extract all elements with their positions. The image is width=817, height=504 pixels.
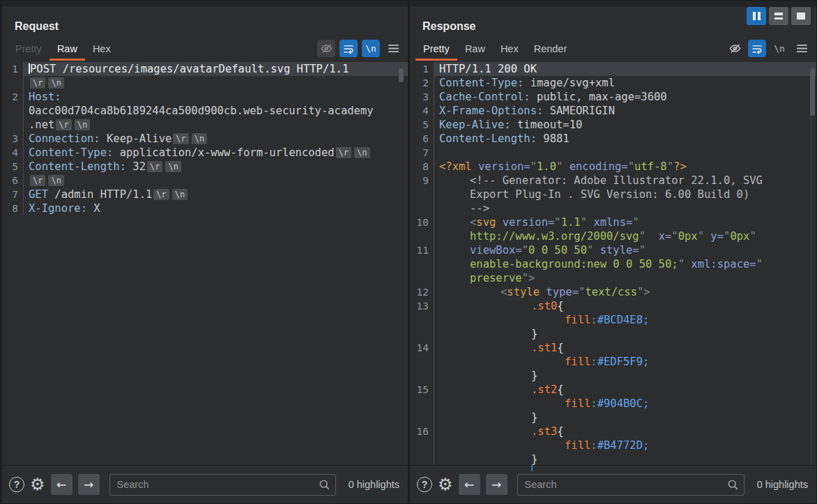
crlf-badge: \n bbox=[354, 147, 369, 158]
line-number: 12 bbox=[410, 285, 434, 299]
code-row[interactable]: 7GET /admin HTTP/1.1\r\n bbox=[2, 188, 408, 201]
line-number: 2 bbox=[2, 90, 24, 104]
top-strip bbox=[410, 1, 816, 6]
code-row[interactable]: 13.st0{ bbox=[410, 299, 816, 313]
code-row[interactable]: 16.st3{ bbox=[410, 425, 816, 438]
code-row[interactable]: 1HTTP/1.1 200 OK bbox=[410, 62, 816, 76]
crlf-badge: \r bbox=[56, 119, 71, 130]
line-number: 5 bbox=[2, 160, 24, 174]
editor-menu-icon[interactable] bbox=[793, 40, 811, 57]
line-number: 15 bbox=[410, 383, 434, 397]
search-next-button[interactable]: → bbox=[486, 474, 507, 495]
line-number bbox=[410, 201, 434, 215]
response-scrollbar-track[interactable] bbox=[811, 68, 816, 465]
line-number bbox=[410, 257, 434, 271]
tab-raw[interactable]: Raw bbox=[457, 38, 493, 61]
help-icon[interactable]: ? bbox=[417, 477, 432, 492]
code-row[interactable]: 15.st2{ bbox=[410, 383, 816, 397]
search-input[interactable] bbox=[517, 474, 745, 496]
help-icon[interactable]: ? bbox=[9, 477, 24, 492]
rows-layout-button[interactable] bbox=[769, 7, 788, 25]
settings-gear-icon[interactable]: ⚙ bbox=[438, 477, 453, 492]
code-row[interactable]: 4X-Frame-Options: SAMEORIGIN bbox=[410, 104, 816, 118]
line-number bbox=[410, 438, 434, 452]
code-row[interactable]: fill:#B4772D; bbox=[410, 438, 816, 452]
line-number bbox=[410, 355, 434, 369]
hide-reveal-eye-button[interactable] bbox=[726, 40, 744, 57]
code-row[interactable]: fill:#904B0C; bbox=[410, 397, 816, 411]
line-number: 6 bbox=[2, 174, 24, 188]
tab-render[interactable]: Render bbox=[526, 38, 575, 61]
request-scrollbar-thumb[interactable] bbox=[399, 68, 404, 82]
code-row[interactable]: preserve"> bbox=[410, 271, 816, 285]
response-editor[interactable]: 1HTTP/1.1 200 OK2Content-Type: image/svg… bbox=[410, 61, 816, 465]
tab-pretty[interactable]: Pretty bbox=[415, 38, 457, 61]
code-row[interactable]: 2Host: bbox=[2, 90, 408, 104]
response-search-box bbox=[517, 474, 745, 496]
code-row[interactable]: 9<!-- Generator: Adobe Illustrator 22.1.… bbox=[410, 174, 816, 188]
code-row[interactable]: 3Cache-Control: public, max-age=3600 bbox=[410, 90, 816, 104]
code-row[interactable]: http://www.w3.org/2000/svg" x="0px" y="0… bbox=[410, 229, 816, 243]
code-row[interactable]: 3Connection: Keep-Alive\r\n bbox=[2, 132, 408, 146]
line-number bbox=[410, 397, 434, 411]
tab-hex[interactable]: Hex bbox=[85, 38, 119, 61]
search-icon bbox=[318, 478, 330, 491]
single-layout-button[interactable] bbox=[791, 7, 811, 25]
line-number bbox=[410, 327, 434, 341]
code-row[interactable]: 6\r\n bbox=[2, 174, 408, 188]
code-row[interactable]: 11viewBox="0 0 50 50" style=" bbox=[410, 243, 816, 257]
line-number: 3 bbox=[2, 132, 24, 146]
line-number: 9 bbox=[410, 174, 434, 188]
code-row[interactable]: fill:#EDF5F9; bbox=[410, 355, 816, 369]
code-row[interactable]: } bbox=[410, 327, 816, 341]
settings-gear-icon[interactable]: ⚙ bbox=[30, 477, 45, 492]
search-input[interactable] bbox=[109, 474, 336, 496]
code-row[interactable]: enable-background:new 0 0 50 50;" xml:sp… bbox=[410, 257, 816, 271]
code-row[interactable]: --> bbox=[410, 201, 816, 215]
tab-pretty: Pretty bbox=[8, 38, 49, 61]
line-number: 1 bbox=[2, 62, 24, 76]
show-nonprinting-button[interactable]: \n bbox=[362, 40, 380, 57]
search-next-button[interactable]: → bbox=[78, 474, 100, 495]
code-row[interactable]: 1POST /resources/images/avatarDefault.sv… bbox=[2, 62, 408, 76]
code-row[interactable]: 0acc00d704ca8b6189244ca500d900cb.web-sec… bbox=[2, 104, 408, 118]
code-row[interactable]: Export Plug-In . SVG Version: 6.00 Build… bbox=[410, 188, 816, 201]
search-prev-button[interactable]: ← bbox=[51, 474, 72, 495]
line-number: 7 bbox=[410, 146, 434, 160]
code-row[interactable]: 5Content-Length: 32\r\n bbox=[2, 160, 408, 174]
crlf-badge: \r bbox=[30, 175, 45, 186]
code-row[interactable]: fill:#BCD4E8; bbox=[410, 313, 816, 327]
editor-menu-icon[interactable] bbox=[384, 40, 402, 57]
request-title: Request bbox=[2, 20, 408, 38]
word-wrap-button[interactable] bbox=[339, 40, 358, 57]
code-row[interactable]: 7 bbox=[410, 146, 816, 160]
code-row[interactable]: 12<style type="text/css"> bbox=[410, 285, 816, 299]
tab-raw[interactable]: Raw bbox=[49, 38, 85, 61]
code-row[interactable]: } bbox=[410, 369, 816, 383]
code-row[interactable]: 6Content-Length: 9881 bbox=[410, 132, 816, 146]
tab-hex[interactable]: Hex bbox=[493, 38, 526, 61]
word-wrap-button[interactable] bbox=[748, 40, 766, 57]
code-row[interactable]: 5Keep-Alive: timeout=10 bbox=[410, 118, 816, 132]
crlf-badge: \n bbox=[48, 77, 63, 89]
request-editor[interactable]: 1POST /resources/images/avatarDefault.sv… bbox=[2, 61, 408, 465]
request-tabs: PrettyRawHex bbox=[8, 38, 119, 61]
search-prev-button[interactable]: ← bbox=[459, 474, 480, 495]
columns-layout-button[interactable] bbox=[747, 7, 766, 25]
crlf-badge: \n bbox=[75, 119, 90, 130]
code-row[interactable]: 8<?xml version="1.0" encoding="utf-8"?> bbox=[410, 160, 816, 174]
hide-reveal-eye-button[interactable] bbox=[317, 40, 335, 57]
show-nonprinting-button[interactable]: \n bbox=[770, 40, 788, 57]
code-row[interactable]: 2Content-Type: image/svg+xml bbox=[410, 76, 816, 90]
code-row[interactable]: 4Content-Type: application/x-www-form-ur… bbox=[2, 146, 408, 160]
code-row[interactable]: \r\n bbox=[2, 76, 408, 90]
code-row[interactable]: } bbox=[410, 411, 816, 425]
code-row[interactable]: 14.st1{ bbox=[410, 341, 816, 355]
code-row[interactable]: 8X-Ignore: X bbox=[2, 201, 408, 215]
code-row[interactable]: } bbox=[410, 452, 816, 465]
code-row[interactable]: 10<svg version="1.1" xmlns=" bbox=[410, 215, 816, 229]
code-row[interactable]: .net\r\n bbox=[2, 118, 408, 132]
response-scrollbar-thumb[interactable] bbox=[810, 68, 815, 116]
crlf-badge: \r bbox=[336, 147, 351, 158]
crlf-badge: \r bbox=[153, 189, 169, 200]
